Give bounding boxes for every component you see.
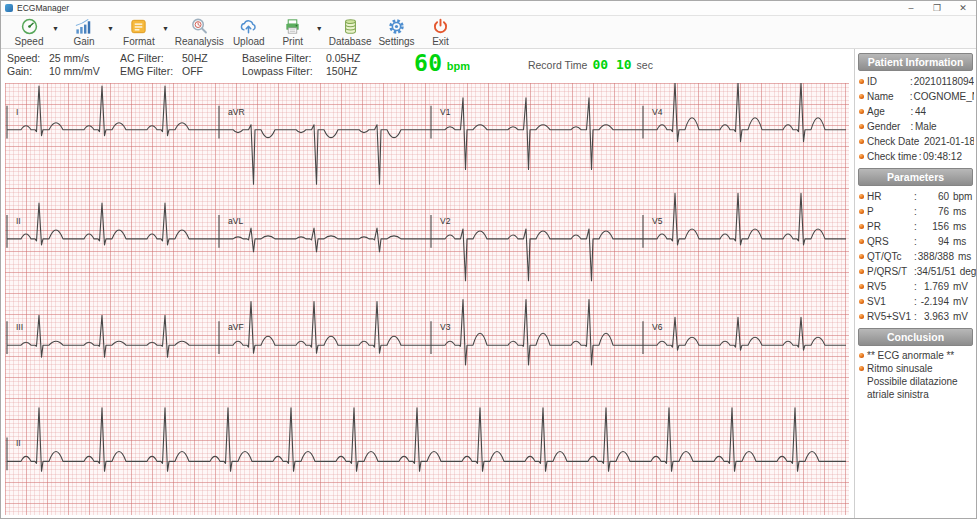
parameter-value: 388/388 [918, 250, 954, 263]
parameter-unit: ms [954, 250, 974, 263]
ecg-trace-avf [219, 301, 431, 354]
ecg-waveforms: IaVRV1V4IIaVLV2V5IIIaVFV3V6II [5, 83, 849, 515]
bullet-icon [859, 353, 864, 358]
ecg-lead-label: V1 [440, 107, 451, 117]
format-button[interactable]: Format [117, 17, 161, 47]
bullet-icon [859, 124, 864, 129]
parameter-unit: ms [949, 220, 974, 233]
conclusion-header: Conclusion [858, 328, 973, 346]
database-button[interactable]: Database [326, 17, 375, 47]
bullet-icon [859, 94, 864, 99]
ecg-chart-area[interactable]: IaVRV1V4IIaVLV2V5IIIaVFV3V6II [1, 83, 854, 518]
ecg-trace-v6 [643, 317, 846, 354]
parameter-unit: mV [949, 295, 974, 308]
lowpass-filter-label: Lowpass Filter: [242, 65, 326, 77]
ac-filter-value: 50HZ [182, 52, 208, 64]
settings-button[interactable]: Settings [374, 17, 418, 47]
toolbar-item-label: Format [123, 36, 155, 47]
gain-setting-label: Gain: [7, 65, 49, 77]
ecg-grid-paper: IaVRV1V4IIaVLV2V5IIIaVFV3V6II [5, 83, 849, 515]
conclusion-text: Possibile dilatazione atriale sinistra [867, 375, 974, 401]
bullet-icon [859, 314, 864, 319]
bullet-icon [859, 194, 864, 199]
titlebar: ECGManager – ❐ ✕ [1, 1, 976, 16]
parameter-unit: ms [949, 205, 974, 218]
ecg-trace-v3 [431, 299, 643, 365]
toolbar-item-label: Print [282, 36, 303, 47]
print-dropdown-arrow[interactable]: ▼ [315, 17, 326, 32]
conclusion-line: Ritmo sinusale [855, 362, 976, 375]
speed-gauge-icon [20, 17, 39, 36]
parameter-value: 60 [919, 190, 949, 203]
conclusion-list: ** ECG anormale **Ritmo sinusalePossibil… [855, 349, 976, 401]
minimize-button[interactable]: – [898, 1, 924, 15]
patient-info-row: Check time:09:48:12 [855, 149, 976, 164]
reanalysis-button[interactable]: Reanalysis [172, 17, 227, 47]
baseline-filter-value: 0.05HZ [326, 52, 360, 64]
bullet-icon [859, 79, 864, 84]
parameter-unit: ms [949, 235, 974, 248]
patient-info-row: ID:20210118094812 [855, 74, 976, 89]
field-value: COGNOME_NO... [913, 90, 974, 103]
parameter-value: 94 [919, 235, 949, 248]
parameter-label: RV5 [867, 280, 914, 293]
parameters-header: Parameters [858, 168, 973, 186]
maximize-button[interactable]: ❐ [924, 1, 950, 15]
parameter-unit: mV [949, 280, 974, 293]
parameter-value: -2.194 [919, 295, 949, 308]
field-label: ID [867, 75, 909, 88]
speed-dropdown-arrow[interactable]: ▼ [51, 17, 62, 32]
exit-button[interactable]: Exit [418, 17, 462, 47]
upload-button[interactable]: Upload [227, 17, 271, 47]
patient-info-row: Name:COGNOME_NO... [855, 89, 976, 104]
parameter-label: P/QRS/T [867, 265, 914, 278]
window-title: ECGManager [17, 3, 898, 13]
parameter-row: P/QRS/T:34/51/51deg [855, 264, 976, 279]
ecg-trace-v4 [643, 83, 846, 142]
record-time-unit: sec [637, 59, 653, 71]
speed-button[interactable]: Speed [7, 17, 51, 47]
parameter-row: QT/QTc:388/388ms [855, 249, 976, 264]
ecg-lead-label: V5 [652, 216, 663, 226]
field-value: 2021-01-18 [924, 135, 974, 148]
ecg-trace-v2 [431, 215, 643, 281]
parameter-unit: bpm [949, 190, 974, 203]
field-value: 20210118094812 [914, 75, 974, 88]
parameter-label: QRS [867, 235, 914, 248]
bullet-icon [859, 209, 864, 214]
reanalysis-magnifier-icon [190, 17, 209, 36]
field-label: Check Date [867, 135, 918, 148]
bullet-icon [859, 284, 864, 289]
ecg-trace-i [7, 86, 219, 139]
gain-dropdown-arrow[interactable]: ▼ [106, 17, 117, 32]
conclusion-line: Possibile dilatazione atriale sinistra [855, 375, 976, 401]
ecg-trace-avl [219, 215, 431, 252]
ecg-lead-label: V3 [440, 322, 451, 332]
parameter-label: HR [867, 190, 914, 203]
parameter-unit: deg [956, 265, 976, 278]
heart-rate-value: 60 [414, 52, 443, 83]
bullet-spacer [859, 375, 867, 401]
parameter-value: 76 [919, 205, 949, 218]
parameter-value: 156 [919, 220, 949, 233]
field-label: Name [867, 90, 909, 103]
record-time-value: 00 10 [592, 57, 631, 72]
ecg-trace-ii [7, 203, 219, 248]
ecg-lead-label: V2 [440, 216, 451, 226]
field-value: 09:48:12 [923, 150, 962, 163]
print-button[interactable]: Print [271, 17, 315, 47]
ecg-lead-label: I [16, 107, 18, 117]
patient-information-list: ID:20210118094812Name:COGNOME_NO...Age:4… [855, 74, 976, 164]
bullet-icon [859, 139, 864, 144]
close-button[interactable]: ✕ [950, 1, 976, 15]
emg-filter-value: OFF [182, 65, 203, 77]
format-dropdown-arrow[interactable]: ▼ [161, 17, 172, 32]
field-label: Gender [867, 120, 909, 133]
toolbar-item-label: Upload [233, 36, 265, 47]
ecg-trace-avr [219, 106, 431, 184]
patient-info-row: Age:44 [855, 104, 976, 119]
conclusion-text: Ritmo sinusale [867, 362, 933, 375]
gain-button[interactable]: Gain [62, 17, 106, 47]
format-layout-icon [129, 17, 148, 36]
record-time-label: Record Time [528, 59, 588, 71]
